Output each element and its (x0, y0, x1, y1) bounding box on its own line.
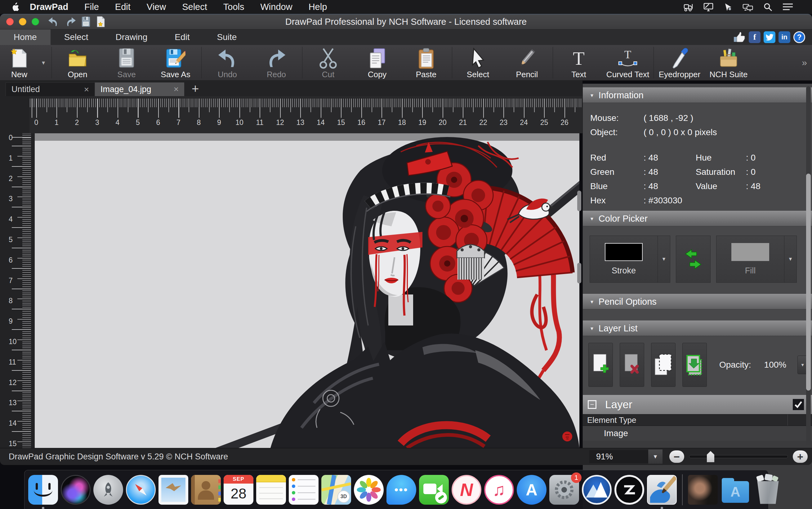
new-tab-button[interactable]: + (192, 82, 199, 96)
facebook-icon[interactable]: f (749, 31, 760, 43)
zoom-out-button[interactable]: − (669, 450, 684, 463)
document-tab-image04[interactable]: Image_04.jpg × (95, 82, 184, 96)
save-button[interactable]: Save (102, 45, 151, 80)
select-layer-button[interactable] (651, 343, 676, 387)
eyedropper-button[interactable]: Eyedropper (655, 45, 704, 80)
dock-notes-icon[interactable] (256, 475, 286, 505)
cut-button[interactable]: Cut (304, 45, 353, 80)
apple-icon[interactable] (11, 2, 19, 12)
add-layer-button[interactable] (588, 343, 613, 387)
linkedin-icon[interactable]: in (779, 31, 790, 43)
new-dropdown-arrow[interactable]: ▾ (37, 45, 50, 80)
menu-list-icon[interactable] (782, 2, 793, 12)
close-tab-icon[interactable]: × (174, 84, 178, 94)
pointer-icon[interactable] (723, 2, 734, 12)
like-icon[interactable] (733, 31, 746, 43)
panel-scrollbar-thumb[interactable] (806, 174, 811, 391)
curved-text-button[interactable]: T Curved Text (603, 45, 652, 80)
window-title-bar[interactable]: DrawPad Professional by NCH Software - L… (0, 14, 812, 29)
tab-home[interactable]: Home (0, 29, 51, 45)
close-tab-icon[interactable]: × (84, 84, 89, 95)
fill-dropdown-arrow[interactable]: ▼ (784, 236, 797, 282)
zoom-slider-thumb[interactable] (707, 451, 714, 462)
open-button[interactable]: Open (53, 45, 102, 80)
fill-color-button[interactable]: Fill ▼ (716, 236, 797, 283)
zoom-window-button[interactable] (32, 18, 39, 26)
zoom-slider[interactable] (689, 455, 788, 458)
minimize-window-button[interactable] (19, 18, 26, 26)
forklift-icon[interactable] (683, 2, 694, 12)
dock-facetime-icon[interactable] (419, 475, 449, 505)
toolbar-overflow-chevron[interactable]: » (802, 57, 810, 68)
menu-item-tools[interactable]: Tools (223, 2, 245, 12)
help-icon[interactable]: ? (793, 31, 805, 43)
pencil-tool-button[interactable]: Pencil (502, 45, 551, 80)
paste-button[interactable]: Paste (402, 45, 451, 80)
dock-calendar-icon[interactable]: SEP 28 (224, 475, 253, 505)
display-icon[interactable] (703, 2, 714, 12)
dock-music-icon[interactable]: ♫ (484, 475, 514, 505)
titlebar-new-icon[interactable] (96, 16, 105, 28)
layer-list-section-header[interactable]: ▼ Layer List (583, 320, 812, 336)
tab-drawing[interactable]: Drawing (102, 29, 161, 45)
titlebar-save-icon[interactable] (81, 16, 91, 27)
dock-siri-icon[interactable] (61, 475, 91, 505)
stroke-color-button[interactable]: Stroke ▼ (590, 236, 670, 283)
nch-suite-button[interactable]: NCH Suite (704, 45, 753, 80)
layer-visibility-checkbox[interactable] (793, 399, 804, 410)
dock-zigzag-app-icon[interactable] (614, 475, 644, 505)
zoom-level-field[interactable]: 91% (589, 450, 648, 463)
information-section-header[interactable]: ▼ Information (583, 88, 812, 103)
menu-item-file[interactable]: File (84, 2, 99, 12)
element-row-image[interactable]: Image (583, 426, 812, 441)
dock-reminders-icon[interactable] (289, 475, 319, 505)
dock-photos-icon[interactable] (354, 475, 384, 505)
tab-edit[interactable]: Edit (161, 29, 203, 45)
redo-button[interactable]: Redo (252, 45, 301, 80)
collapse-layer-icon[interactable]: − (588, 400, 596, 409)
canvas[interactable] (35, 133, 579, 448)
layer-row[interactable]: − Layer (583, 395, 812, 414)
swap-colors-button[interactable] (676, 236, 711, 283)
select-tool-button[interactable]: Select (453, 45, 502, 80)
save-as-button[interactable]: Save As (151, 45, 200, 80)
twitter-icon[interactable] (764, 31, 775, 43)
canvas-scrollbar-thumb[interactable] (577, 263, 581, 283)
titlebar-redo-icon[interactable] (65, 16, 76, 27)
text-tool-button[interactable]: T Text (554, 45, 603, 80)
tab-suite[interactable]: Suite (203, 29, 250, 45)
titlebar-undo-icon[interactable] (48, 16, 60, 27)
dock-safari-icon[interactable] (126, 475, 156, 505)
stroke-dropdown-arrow[interactable]: ▼ (657, 236, 670, 282)
dock-mountain-app-icon[interactable] (582, 475, 612, 505)
zoom-in-button[interactable]: + (793, 450, 808, 463)
dock-contacts-icon[interactable] (191, 475, 221, 505)
pencil-options-section-header[interactable]: ▼ Pencil Options (583, 294, 812, 309)
merge-layer-button[interactable] (682, 343, 707, 387)
dock-finder-icon[interactable] (28, 475, 58, 505)
dock-launchpad-icon[interactable] (93, 475, 123, 505)
dock-trash-icon[interactable] (753, 475, 783, 505)
search-icon[interactable] (762, 2, 774, 12)
zoom-dropdown-button[interactable]: ▼ (648, 449, 662, 464)
menu-item-select[interactable]: Select (182, 2, 207, 12)
dock-applications-folder-icon[interactable]: A (720, 475, 750, 505)
close-window-button[interactable] (6, 18, 14, 26)
delete-layer-button[interactable] (620, 343, 644, 387)
dock-appstore-icon[interactable]: A (517, 475, 547, 505)
dock-messages-icon[interactable]: ••• (386, 475, 416, 505)
dock-mail-icon[interactable] (159, 475, 188, 505)
dock-photo-file-icon[interactable] (688, 475, 718, 505)
menu-item-help[interactable]: Help (308, 2, 327, 12)
tab-select[interactable]: Select (51, 29, 102, 45)
menu-item-edit[interactable]: Edit (115, 2, 131, 12)
dock-news-icon[interactable]: N (452, 475, 481, 505)
dock-maps-icon[interactable]: 3D (321, 475, 351, 505)
new-button[interactable]: New (2, 45, 37, 80)
copy-button[interactable]: Copy (353, 45, 402, 80)
undo-button[interactable]: Undo (203, 45, 252, 80)
canvas-scrollbar-thumb[interactable] (577, 191, 581, 211)
displays-icon[interactable] (743, 2, 754, 12)
menu-app-name[interactable]: DrawPad (30, 2, 68, 12)
menu-item-window[interactable]: Window (260, 2, 292, 12)
